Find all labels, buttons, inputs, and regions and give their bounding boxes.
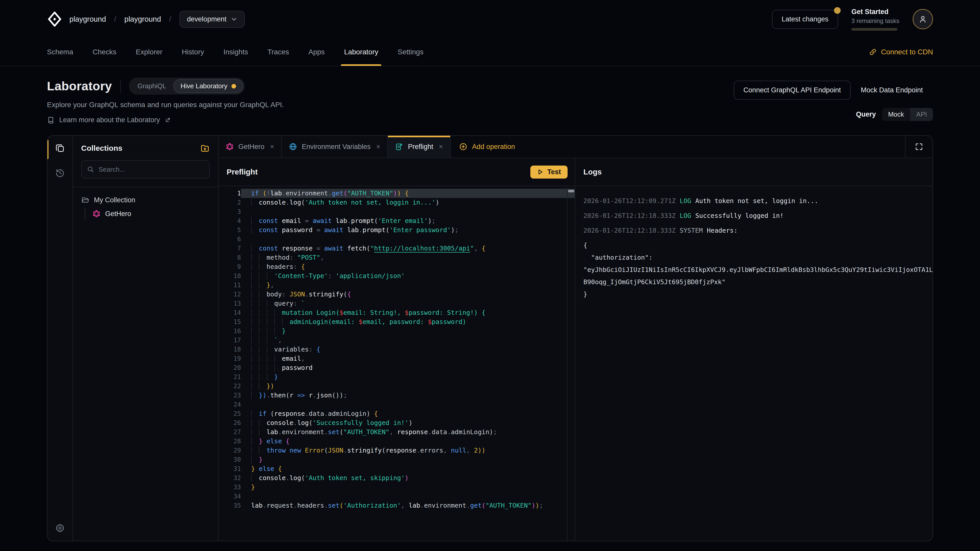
log-output: 2026-01-26T12:12:09.271ZLOGAuth token no… (575, 186, 932, 541)
line-number: 5 (218, 225, 241, 235)
close-icon[interactable]: × (439, 143, 443, 151)
code-line[interactable]: 20 password (218, 363, 575, 372)
laboratory-main: GetHero×Environment Variables×Preflight×… (218, 136, 932, 541)
code-line[interactable]: 5 const password = await lab.prompt('Ent… (218, 225, 575, 235)
code-line[interactable]: 4 const email = await lab.prompt('Enter … (218, 216, 575, 225)
code-line[interactable]: 11 }, (218, 281, 575, 290)
tab-preflight[interactable]: Preflight× (388, 136, 450, 158)
breadcrumb-project[interactable]: playground (124, 15, 161, 24)
connect-to-cdn-button[interactable]: Connect to CDN (869, 38, 933, 66)
code-content: console.log('Auth token not set, loggin … (241, 198, 575, 207)
code-editor[interactable]: 1if (!lab.environment.get("AUTH_TOKEN"))… (218, 186, 575, 541)
code-line[interactable]: 8 method: "POST", (218, 253, 575, 262)
mode-option-graphiql[interactable]: GraphiQL (130, 79, 173, 93)
code-line[interactable]: 35lab.request.headers.set('Authorization… (218, 501, 575, 510)
close-icon[interactable]: × (270, 143, 274, 151)
code-line[interactable]: 13 query: ` (218, 299, 575, 308)
search-input[interactable] (99, 165, 204, 173)
header: playground / playground / development La… (0, 0, 980, 38)
nav-tab-checks[interactable]: Checks (93, 38, 116, 66)
code-line[interactable]: 14 mutation Login($email: String!, $pass… (218, 308, 575, 318)
nav-tab-insights[interactable]: Insights (223, 38, 248, 66)
code-line[interactable]: 16 } (218, 327, 575, 336)
tab-label: Environment Variables (302, 143, 371, 151)
code-line[interactable]: 30 } (218, 455, 575, 464)
code-line[interactable]: 6 (218, 235, 575, 244)
line-number: 16 (218, 327, 241, 336)
code-line[interactable]: 22 }) (218, 382, 575, 391)
learn-more-link[interactable]: Learn more about the Laboratory (47, 116, 284, 124)
code-line[interactable]: 29 throw new Error(JSON.stringify(respon… (218, 446, 575, 455)
test-button[interactable]: Test (530, 165, 568, 179)
tab-environment-variables[interactable]: Environment Variables× (282, 136, 388, 158)
code-line[interactable]: 25 if (response.data.adminLogin) { (218, 409, 575, 418)
graphql-icon (226, 143, 234, 151)
preflight-pane-title: Preflight (227, 168, 258, 176)
add-operation-button[interactable]: Add operation (451, 136, 523, 158)
code-line[interactable]: 17 `, (218, 336, 575, 345)
code-line[interactable]: 19 email, (218, 354, 575, 363)
nav-tab-apps[interactable]: Apps (309, 38, 325, 66)
query-target-mock[interactable]: Mock (882, 108, 910, 121)
environment-dropdown[interactable]: development (180, 11, 245, 28)
mock-data-endpoint-button[interactable]: Mock Data Endpoint (851, 81, 933, 99)
code-line[interactable]: 23 }).then(r => r.json()); (218, 391, 575, 400)
nav-tab-settings[interactable]: Settings (398, 38, 423, 66)
editor-scrollbar[interactable] (567, 187, 575, 541)
code-line[interactable]: 24 (218, 400, 575, 409)
code-line[interactable]: 10 'Content-Type': 'application/json' (218, 272, 575, 281)
collection-operation-gethero[interactable]: GetHero (85, 208, 210, 220)
collections-rail-icon[interactable] (54, 143, 65, 154)
code-line[interactable]: 28 } else { (218, 437, 575, 446)
connect-to-cdn-label: Connect to CDN (881, 48, 933, 56)
hive-logo-icon[interactable] (47, 11, 62, 27)
latest-changes-button[interactable]: Latest changes (772, 10, 838, 29)
log-json-line: "eyJhbGciOiJIUzI1NiIsInR5cCI6IkpXVCJ9.ey… (584, 265, 932, 275)
nav-tab-explorer[interactable]: Explorer (136, 38, 162, 66)
code-line[interactable]: 32 console.log('Auth token set, skipping… (218, 473, 575, 483)
breadcrumb-org[interactable]: playground (69, 15, 106, 24)
code-content: adminLogin(email: $email, password: $pas… (241, 318, 575, 327)
collections-title: Collections (81, 144, 123, 152)
code-line[interactable]: 34 (218, 492, 575, 501)
mode-option-hive-laboratory[interactable]: Hive Laboratory (173, 79, 243, 93)
user-avatar[interactable] (913, 9, 933, 29)
play-icon (537, 168, 544, 175)
nav-tab-history[interactable]: History (182, 38, 204, 66)
line-number: 24 (218, 400, 241, 409)
history-rail-icon[interactable] (54, 167, 65, 179)
fullscreen-button[interactable] (905, 136, 932, 158)
query-target-api[interactable]: API (910, 108, 933, 121)
get-started-title: Get Started (851, 8, 899, 16)
get-started-widget[interactable]: Get Started 3 remaining tasks (851, 8, 899, 30)
environment-dropdown-label: development (187, 15, 227, 23)
code-line[interactable]: 31} else { (218, 464, 575, 473)
scrollbar-thumb[interactable] (568, 190, 574, 192)
code-line[interactable]: 3 (218, 207, 575, 216)
settings-rail-icon[interactable] (54, 522, 65, 534)
code-line[interactable]: 12 body: JSON.stringify({ (218, 290, 575, 299)
add-folder-icon[interactable] (200, 143, 210, 153)
line-number: 9 (218, 262, 241, 272)
code-line[interactable]: 18 variables: { (218, 345, 575, 354)
connect-graphql-api-endpoint-button[interactable]: Connect GraphQL API Endpoint (734, 81, 851, 100)
code-line[interactable]: 33} (218, 483, 575, 492)
tab-gethero[interactable]: GetHero× (218, 136, 282, 158)
code-line[interactable]: 9 headers: { (218, 262, 575, 272)
code-line[interactable]: 7 const response = await fetch("http://l… (218, 244, 575, 253)
code-content: body: JSON.stringify({ (241, 290, 575, 299)
code-line[interactable]: 1if (!lab.environment.get("AUTH_TOKEN"))… (218, 189, 575, 198)
nav-tab-laboratory[interactable]: Laboratory (344, 38, 378, 66)
code-line[interactable]: 15 adminLogin(email: $email, password: $… (218, 318, 575, 327)
code-content: } else { (241, 464, 575, 473)
code-line[interactable]: 2 console.log('Auth token not set, loggi… (218, 198, 575, 207)
collection-folder-my-collection[interactable]: My Collection (81, 194, 210, 206)
graphql-icon (92, 210, 100, 218)
code-line[interactable]: 26 console.log('Successfully logged in!'… (218, 418, 575, 427)
code-line[interactable]: 21 } (218, 372, 575, 382)
code-content: } (241, 327, 575, 336)
code-line[interactable]: 27 lab.environment.set("AUTH_TOKEN", res… (218, 427, 575, 437)
nav-tab-traces[interactable]: Traces (267, 38, 289, 66)
close-icon[interactable]: × (376, 143, 380, 151)
nav-tab-schema[interactable]: Schema (47, 38, 73, 66)
